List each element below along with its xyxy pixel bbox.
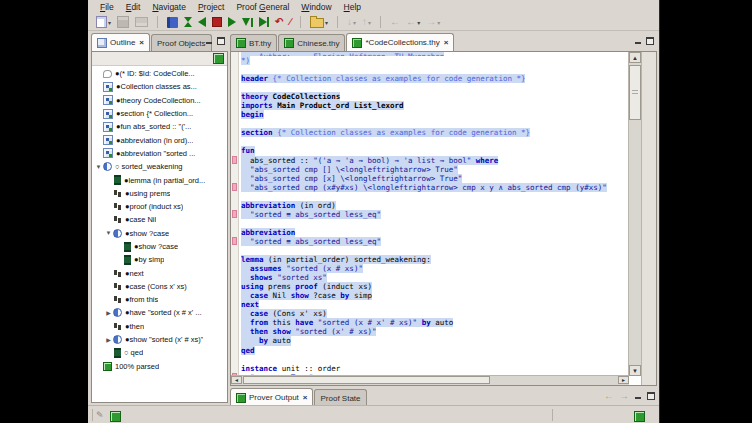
- outline-item[interactable]: ●abbreviation "sorted ...: [92, 147, 227, 160]
- menu-file[interactable]: File: [94, 2, 120, 12]
- link-with-editor-icon[interactable]: [213, 53, 224, 64]
- maximize-icon[interactable]: [217, 37, 225, 45]
- proof-pending-icon: [113, 335, 122, 344]
- goto-cursor-icon: [242, 18, 253, 27]
- prover-tab-prover-output[interactable]: Prover Output×: [230, 388, 313, 406]
- prover-tab-proof-state[interactable]: Proof State: [314, 389, 366, 406]
- undo-step-icon: [198, 17, 206, 27]
- outline-item[interactable]: ●using prems: [92, 187, 227, 200]
- editor-tab-chinese-thy[interactable]: Chinese.thy: [278, 34, 345, 51]
- maximize-icon[interactable]: [647, 392, 655, 400]
- scroll-right-icon[interactable]: ►: [618, 376, 629, 384]
- outline-item[interactable]: ▼●show ?case: [92, 227, 227, 240]
- new-button[interactable]: ▾: [94, 15, 113, 29]
- outline-item-label: ●section {* Collection...: [116, 109, 193, 118]
- close-icon[interactable]: ×: [139, 38, 144, 47]
- vertical-scroll-thumb[interactable]: [629, 65, 641, 120]
- view-tab-outline[interactable]: Outline×: [91, 33, 150, 51]
- code-line: [241, 65, 629, 74]
- next-step-button[interactable]: [226, 15, 238, 29]
- expander-open-icon[interactable]: ▼: [94, 164, 103, 170]
- undo-all-button[interactable]: ↶: [273, 15, 285, 29]
- outline-item[interactable]: ●lemma (in partial_ord...: [92, 173, 227, 186]
- outline-item[interactable]: ●show ?case: [92, 240, 227, 253]
- last-edit-location-button[interactable]: ←: [388, 15, 402, 29]
- proof-step-icon: [113, 215, 122, 224]
- editor-tab-label: BT.thy: [249, 39, 271, 48]
- view-tab-label: Outline: [110, 38, 135, 47]
- menu-edit[interactable]: Edit: [120, 2, 147, 12]
- menu-project[interactable]: Project: [192, 2, 230, 12]
- scroll-left-icon[interactable]: ◄: [231, 376, 242, 384]
- close-icon[interactable]: ×: [303, 393, 308, 402]
- back-button[interactable]: ←▾: [404, 15, 422, 29]
- outline-item[interactable]: ▶●show "sorted (x' # xs)": [92, 333, 227, 346]
- horizontal-scrollbar[interactable]: ◄ ►: [231, 375, 629, 385]
- menu-window[interactable]: Window: [295, 2, 337, 12]
- change-marker-icon[interactable]: [232, 183, 237, 191]
- horizontal-scroll-thumb[interactable]: [243, 376, 490, 384]
- expander-closed-icon[interactable]: ▶: [104, 309, 113, 316]
- editor-tab-bt-thy[interactable]: BT.thy: [230, 34, 277, 51]
- editor-tab-codecollections-thy[interactable]: *CodeCollections.thy×: [346, 33, 454, 51]
- outline-item[interactable]: 100% parsed: [92, 360, 227, 373]
- menu-help[interactable]: Help: [338, 2, 367, 12]
- expander-closed-icon[interactable]: ▶: [104, 336, 113, 343]
- vertical-scrollbar[interactable]: ▲ ▼: [628, 52, 642, 376]
- last-edit-location-icon: ←: [390, 17, 400, 27]
- retract-all-button[interactable]: [182, 15, 194, 29]
- goto-cursor-button[interactable]: [240, 15, 255, 29]
- outline-item[interactable]: ●case (Cons x' xs): [92, 280, 227, 293]
- outline-item[interactable]: ●by simp: [92, 253, 227, 266]
- dropdown-arrow-icon: ▾: [353, 19, 356, 26]
- change-marker-icon[interactable]: [232, 156, 237, 164]
- overview-ruler[interactable]: [641, 52, 656, 385]
- change-marker-icon[interactable]: [232, 237, 237, 245]
- outline-item[interactable]: ▼○ sorted_weakening: [92, 160, 227, 173]
- outline-item[interactable]: ●proof (induct xs): [92, 200, 227, 213]
- annotation-ruler[interactable]: [231, 52, 239, 376]
- outline-item[interactable]: ●Collection classes as...: [92, 80, 227, 93]
- maximize-icon[interactable]: [646, 37, 654, 45]
- expander-open-icon[interactable]: ▼: [104, 230, 113, 236]
- undo-step-button[interactable]: [196, 15, 208, 29]
- toggle-prover-button[interactable]: [165, 15, 180, 29]
- outline-item[interactable]: ●(* ID: $Id: CodeColle...: [92, 67, 227, 80]
- menu-proof-general[interactable]: Proof General: [230, 2, 295, 12]
- minimize-icon[interactable]: [634, 392, 642, 400]
- code-area[interactable]: Author: Florian Haftmann, TU Muenchen*)h…: [239, 52, 629, 376]
- toolbar-separator: [380, 16, 381, 28]
- back-icon[interactable]: ←: [604, 391, 614, 401]
- open-folder-button[interactable]: ▾: [308, 15, 330, 29]
- scroll-up-icon[interactable]: ▲: [629, 52, 641, 63]
- outline-item[interactable]: ●theory CodeCollection...: [92, 94, 227, 107]
- outline-tab-row: Outline×Proof Objects: [91, 33, 228, 51]
- outline-item[interactable]: ▶●have "sorted (x # x' ...: [92, 306, 227, 319]
- interrupt-icon: [212, 17, 222, 27]
- change-marker-icon[interactable]: [232, 210, 237, 218]
- outline-item[interactable]: ●case Nil: [92, 213, 227, 226]
- minimize-icon[interactable]: [634, 37, 642, 45]
- undo-all-icon: ↶: [275, 17, 283, 27]
- outline-item[interactable]: ●fun abs_sorted :: "('...: [92, 120, 227, 133]
- process-all-button[interactable]: [257, 15, 271, 29]
- scroll-down-icon[interactable]: ▼: [629, 365, 641, 376]
- outline-tree[interactable]: ●(* ID: $Id: CodeColle...●Collection cla…: [92, 65, 227, 402]
- pen-button[interactable]: ∕: [287, 15, 293, 29]
- code-line: [241, 192, 629, 201]
- new-icon: [96, 16, 107, 28]
- interrupt-button[interactable]: [210, 15, 224, 29]
- code-line: [241, 219, 629, 228]
- outline-item[interactable]: ●then: [92, 320, 227, 333]
- dropdown-arrow-icon: ▾: [325, 19, 328, 26]
- minimize-icon[interactable]: [205, 37, 213, 45]
- menu-navigate[interactable]: Navigate: [146, 2, 192, 12]
- outline-item[interactable]: ○ qed: [92, 346, 227, 359]
- outline-item[interactable]: ●next: [92, 266, 227, 279]
- close-icon[interactable]: ×: [444, 38, 449, 47]
- view-tab-label: Proof Objects: [157, 39, 205, 48]
- view-tab-proof-objects[interactable]: Proof Objects: [151, 34, 211, 51]
- outline-item[interactable]: ●section {* Collection...: [92, 107, 227, 120]
- outline-item[interactable]: ●abbreviation (in ord)...: [92, 133, 227, 146]
- outline-item[interactable]: ●from this: [92, 293, 227, 306]
